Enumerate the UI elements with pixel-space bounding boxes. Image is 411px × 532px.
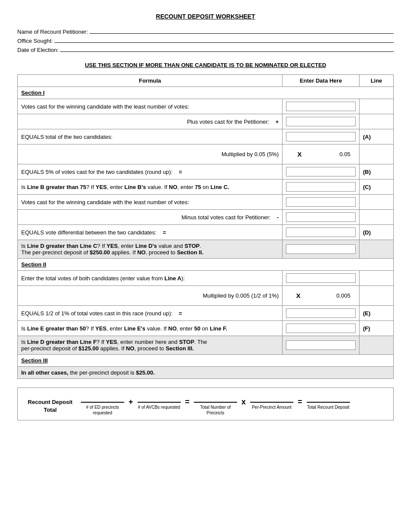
- summary-field-1[interactable]: [81, 394, 124, 403]
- s1-row6b: Minus total votes cast for Petitioner: -: [18, 210, 394, 225]
- s1-row5-bold2: YES: [96, 184, 107, 190]
- s1-row8-bold3: Line D's: [135, 243, 157, 249]
- s1-row2-formula: EQUALS total of the two candidates:: [18, 129, 283, 144]
- s3-row1-bold: In all other cases,: [21, 369, 68, 376]
- s1-row2-input-cell[interactable]: [283, 129, 360, 144]
- s2-row2-line: [359, 286, 393, 306]
- s1-row5-input[interactable]: [286, 182, 356, 192]
- section3-heading-cell: Section III: [18, 355, 394, 367]
- s1-row2-line: (A): [359, 129, 393, 144]
- s1-row8-input-cell[interactable]: [283, 240, 360, 259]
- s1-row5-text-f: on: [201, 184, 211, 190]
- s2-row2-formula: Multiplied by 0.005 (1/2 of 1%): [18, 286, 283, 306]
- section-instruction: USE THIS SECTION IF MORE THAN ONE CANDID…: [17, 62, 394, 68]
- s1-row6-input-cell[interactable]: [283, 195, 360, 210]
- s1-row1b-input[interactable]: [286, 117, 356, 126]
- s2-row4: Is Line E greater than 50? If YES, enter…: [18, 321, 394, 336]
- s1-row1b-symbol: +: [276, 119, 279, 125]
- s1-row8-text-a: Is: [21, 243, 27, 249]
- s1-row5-text-a: Is: [21, 184, 27, 190]
- s1-row1-input[interactable]: [286, 102, 356, 111]
- s2-row3-input[interactable]: [286, 308, 356, 318]
- s1-row1-line: [359, 99, 393, 114]
- s1-row6-input[interactable]: [286, 197, 356, 207]
- s2-row1-text-a: Enter the total votes of both candidates…: [21, 275, 164, 282]
- s2-row5-input-cell[interactable]: [283, 336, 360, 355]
- summary-sub-1: # of ED precincts requested: [86, 404, 119, 416]
- s2-row5-bold2: YES: [106, 339, 117, 345]
- s1-row4-input[interactable]: [286, 167, 356, 176]
- header-formula: Formula: [18, 75, 283, 87]
- s3-row1-text-b: the per-precinct deposit is: [68, 369, 136, 376]
- s1-row5-text-c: , enter: [107, 184, 124, 190]
- s2-row1-line: [359, 271, 393, 286]
- summary-field-5[interactable]: [307, 394, 350, 403]
- s2-row1-input-cell[interactable]: [283, 271, 360, 286]
- s2-row2: Multiplied by 0.005 (1/2 of 1%) X 0.005: [18, 286, 394, 306]
- s1-row4-formula: EQUALS 5% of votes cast for the two cand…: [18, 164, 283, 179]
- s2-row5-text-b: ? If: [96, 339, 106, 345]
- form-fields: Name of Recount Petitioner: Office Sough…: [17, 29, 394, 53]
- s2-row1-input[interactable]: [286, 273, 356, 283]
- s1-row5-input-cell[interactable]: [283, 179, 360, 195]
- summary-sub-3: Total Number of Precincts: [200, 404, 231, 416]
- section3-heading: Section III: [21, 357, 48, 364]
- s2-row4-bold6: Line F.: [210, 325, 227, 332]
- s2-row5-text-d: . The: [194, 339, 207, 345]
- election-input[interactable]: [60, 51, 394, 52]
- s2-row2-value-cell: X 0.005: [283, 286, 360, 306]
- summary-field-3[interactable]: [194, 394, 237, 403]
- office-input[interactable]: [55, 42, 394, 43]
- s1-row1-formula: Votes cast for the winning candidate wit…: [18, 99, 283, 114]
- s1-row6b-input-cell[interactable]: [283, 210, 360, 225]
- s1-row1b-line: [359, 114, 393, 129]
- section2-heading: Section II: [21, 261, 46, 268]
- s1-row7-text: EQUALS vote differential between the two…: [21, 229, 157, 236]
- s1-row2-input[interactable]: [286, 132, 356, 141]
- s1-row4: EQUALS 5% of votes cast for the two cand…: [18, 164, 394, 179]
- s1-row1b-text: Plus votes cast for the Petitioner:: [187, 119, 269, 125]
- s2-row2-value: 0.005: [311, 289, 355, 302]
- s1-row4-line: (B): [359, 164, 393, 179]
- summary-sub-4: Per-Precinct Amount: [252, 404, 292, 410]
- s2-row1-bold1: Line A: [164, 275, 181, 282]
- s2-row3-input-cell[interactable]: [283, 306, 360, 321]
- s2-row1: Enter the total votes of both candidates…: [18, 271, 394, 286]
- s1-row7-symbol: =: [163, 229, 166, 236]
- s2-row4-bold1: Line E greater than 50: [27, 325, 86, 332]
- summary-field-4[interactable]: [250, 394, 293, 403]
- s2-row3: EQUALS 1/2 of 1% of total votes cast in …: [18, 306, 394, 321]
- summary-sub-3-line2: Precincts: [206, 410, 224, 415]
- s1-row7-formula: EQUALS vote differential between the two…: [18, 225, 283, 240]
- summary-field-2[interactable]: [138, 394, 181, 403]
- petitioner-input[interactable]: [90, 33, 394, 34]
- s1-row8-input[interactable]: [286, 244, 356, 254]
- s1-row8-text-b: ? If: [97, 243, 107, 249]
- s1-row6b-input[interactable]: [286, 212, 356, 222]
- s2-row1-formula: Enter the total votes of both candidates…: [18, 271, 283, 286]
- summary-sub-2: # of AVCBs requested: [138, 404, 180, 410]
- summary-sub-1-line2: requested: [93, 410, 112, 415]
- s1-row8-line: [359, 240, 393, 259]
- s1-row7-input-cell[interactable]: [283, 225, 360, 240]
- s2-row5-text-g: , proceed to: [135, 345, 166, 352]
- summary-sub-3-line1: Total Number of: [200, 405, 231, 410]
- summary-sub-1-line1: # of ED precincts: [86, 405, 119, 410]
- s2-row5-formula: Is Line D greater than Line F? If YES, e…: [18, 336, 283, 355]
- s2-row5-bold3: STOP: [179, 339, 194, 345]
- summary-block-2: # of AVCBs requested: [138, 394, 181, 410]
- s1-row1-input-cell[interactable]: [283, 99, 360, 114]
- s3-row1-formula: In all other cases, the per-precinct dep…: [18, 367, 394, 379]
- s1-row4-input-cell[interactable]: [283, 164, 360, 179]
- s1-row8-bold1: Line D greater than Line C: [27, 243, 97, 249]
- s2-row5-bold1: Line D greater than Line F: [27, 339, 96, 345]
- s1-row1b-input-cell[interactable]: [283, 114, 360, 129]
- s1-row6: Votes cast for the winning candidate wit…: [18, 195, 394, 210]
- section3-heading-row: Section III: [18, 355, 394, 367]
- s2-row4-input[interactable]: [286, 324, 356, 333]
- s2-row4-input-cell[interactable]: [283, 321, 360, 336]
- s2-row5-input[interactable]: [286, 340, 356, 350]
- s2-row5-line: [359, 336, 393, 355]
- s2-row5-bold5: NO: [126, 345, 135, 352]
- s1-row7-input[interactable]: [286, 228, 356, 237]
